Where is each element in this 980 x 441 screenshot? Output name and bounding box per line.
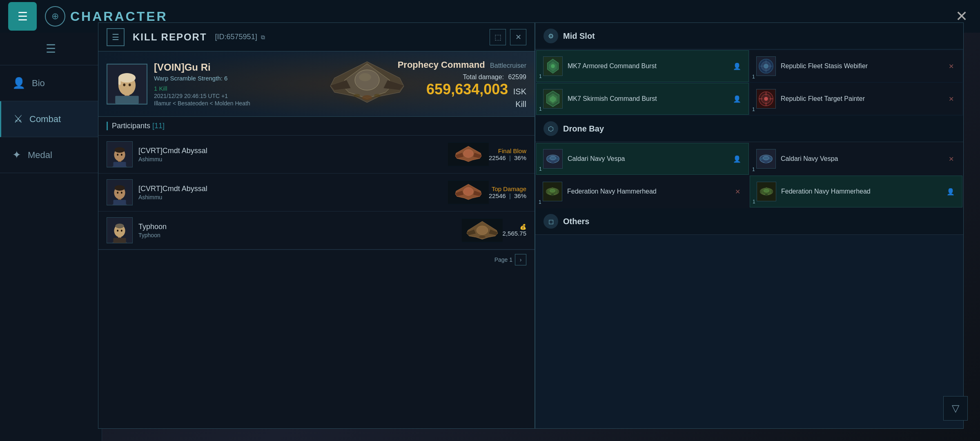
equip-item-mk7-armored[interactable]: 1 MK7 Armored Command Burst 👤 [536,50,749,82]
sidebar-combat-label: Combat [29,114,61,125]
outcome-label: Kill [398,100,526,109]
equip-action-caldari-vespa-2[interactable]: ✕ [946,154,956,164]
participant-row[interactable]: [CVRT]Cmdt Abyssal Ashimmu Final Blow [98,136,535,174]
victim-section: [VOIN]Gu Ri Warp Scramble Strength: 6 1 … [98,51,535,117]
equip-action-stasis-webifier[interactable]: ✕ [946,61,956,71]
svg-point-96 [550,189,555,192]
equip-action-mk7-armored[interactable]: 👤 [732,61,742,71]
svg-rect-5 [118,77,121,85]
svg-point-4 [118,73,136,82]
drone-bay-header: ⬡ Drone Bay [535,116,963,142]
participant-stats-2: Top Damage 22546 | 36% [489,185,526,199]
sidebar-item-medal[interactable]: ✦ Medal [0,137,102,173]
equip-item-target-painter[interactable]: 1 Republic Fleet Target Painter ✕ [750,83,962,115]
participant-row-3[interactable]: Typhoon Typhoon 💰 [98,212,535,249]
equip-qty-tp: 1 [752,107,755,112]
participants-title: Participants [11] [107,122,165,130]
drone-bay-icon: ⬡ [543,121,558,136]
drone-bay-items: 1 Caldari Navy Vespa 👤 1 [535,142,963,208]
modal-menu-button[interactable]: ☰ [107,28,125,46]
svg-point-6 [123,83,125,86]
svg-rect-8 [115,96,139,103]
sidebar-item-combat[interactable]: ⚔ Combat [0,101,102,137]
equip-icon-mk7-skirmish [543,89,563,109]
page-info: Page 1 [494,256,512,263]
participant-info-1: [CVRT]Cmdt Abyssal Ashimmu [138,147,448,163]
svg-point-51 [121,230,122,232]
ship-stats: Prophecy Command Battlecruiser Total dam… [398,60,526,109]
participant-row-2[interactable]: [CVRT]Cmdt Abyssal Ashimmu Top Damage [98,174,535,212]
sidebar-bio-label: Bio [32,78,45,89]
svg-rect-90 [764,161,768,164]
menu-button[interactable]: ☰ [8,2,37,31]
mid-slot-section: ⚙ Mid Slot 1 MK7 Armored Command Burst 👤 [535,23,963,116]
participants-section: Participants [11] [98,117,535,428]
svg-point-49 [115,224,124,229]
equip-item-caldari-vespa-2[interactable]: 1 Caldari Navy Vespa ✕ [750,143,962,175]
equip-icon-target-painter [756,89,776,109]
equip-item-caldari-vespa-1[interactable]: 1 Caldari Navy Vespa 👤 [536,143,749,175]
equip-item-mk7-skirmish[interactable]: 1 MK7 Skirmish Command Burst 👤 [536,83,749,115]
svg-point-83 [550,156,556,160]
external-link-button[interactable]: ⬚ [490,29,506,45]
equip-name-caldari-vespa-2: Caldari Navy Vespa [781,155,941,163]
svg-point-50 [117,230,118,232]
equip-name-stasis-webifier: Republic Fleet Stasis Webifier [781,62,941,70]
equip-item-fed-hammerhead-2[interactable]: 1 Federation Navy Hammerhead 👤 [750,176,962,207]
victim-avatar-image [107,65,147,104]
svg-point-7 [129,83,131,86]
equip-qty-cv1: 1 [539,166,542,172]
svg-point-15 [362,95,372,100]
equip-icon-mk7-armored [543,56,563,76]
equip-icon-caldari-vespa-1 [543,149,563,169]
mid-slot-title: Mid Slot [563,31,595,41]
equip-action-mk7-skirmish[interactable]: 👤 [732,94,742,104]
modal-header-actions: ⬚ ✕ [490,29,526,45]
equip-item-fed-hammerhead-1[interactable]: 1 Federation Navy Hammerhead ✕ [536,176,749,207]
svg-point-89 [763,156,769,160]
svg-point-23 [114,147,125,153]
sidebar-medal-label: Medal [28,150,52,160]
equip-name-mk7-armored: MK7 Armored Command Burst [568,62,727,70]
equip-icon-caldari-vespa-2 [756,149,776,169]
equip-action-fed-hammerhead-1[interactable]: ✕ [733,187,742,196]
sidebar-menu-button[interactable]: ☰ [0,33,102,65]
others-section: ◻ Others [535,208,963,235]
equip-name-fed-hammerhead-2: Federation Navy Hammerhead [781,188,941,195]
equipment-panel: ⚙ Mid Slot 1 MK7 Armored Command Burst 👤 [535,22,964,429]
svg-rect-26 [114,162,126,167]
modal-close-button[interactable]: ✕ [510,29,526,45]
sidebar-item-bio[interactable]: 👤 Bio [0,65,102,101]
app-title: CHARACTER [70,9,168,24]
equip-qty-fh1: 1 [539,199,541,205]
svg-point-38 [121,192,122,194]
participant-ship-1 [448,142,489,167]
others-title: Others [563,217,589,226]
equip-name-fed-hammerhead-1: Federation Navy Hammerhead [567,188,728,195]
svg-point-16 [354,94,360,97]
equip-qty-cv2: 1 [752,167,755,172]
vitruvian-icon: ⊕ [45,6,65,27]
equip-action-caldari-vespa-1[interactable]: 👤 [732,154,742,164]
modal-close-icon: ✕ [515,33,521,42]
drone-bay-section: ⬡ Drone Bay 1 Caldari Navy Vespa [535,116,963,208]
svg-rect-39 [114,200,126,205]
total-damage-row: Total damage: 62599 [398,74,526,81]
filter-icon: ▽ [952,403,959,414]
page-next-button[interactable]: › [515,254,526,265]
svg-rect-84 [551,161,555,164]
mid-slot-header: ⚙ Mid Slot [535,23,963,49]
equip-action-fed-hammerhead-2[interactable]: 👤 [946,187,956,196]
chevron-right-icon: › [520,256,522,263]
drone-bay-title: Drone Bay [563,124,604,134]
filter-button[interactable]: ▽ [943,396,968,421]
equip-item-stasis-webifier[interactable]: 1 Republic Fleet Stasis Webifier ✕ [750,50,962,82]
equip-action-target-painter[interactable]: ✕ [946,94,956,104]
equip-icon-fed-hammerhead-1 [543,182,562,201]
equip-name-caldari-vespa-1: Caldari Navy Vespa [568,155,727,163]
modal-title: KILL REPORT [133,31,207,43]
equip-name-target-painter: Republic Fleet Target Painter [781,95,941,102]
svg-point-18 [359,73,371,81]
mid-slot-icon: ⚙ [543,29,558,43]
kill-report-modal: ☰ KILL REPORT [ID:6575951] ⧉ ⬚ ✕ [98,22,535,429]
